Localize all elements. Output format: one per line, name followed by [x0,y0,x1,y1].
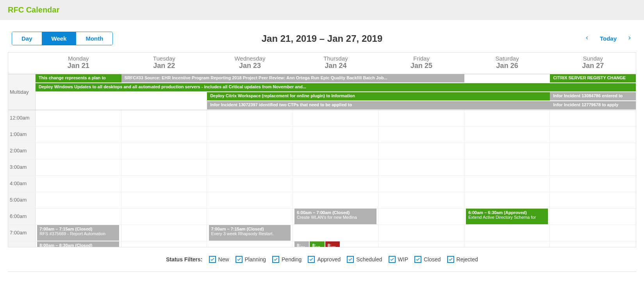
time-slot[interactable] [293,127,379,143]
multiday-event[interactable]: Infor Incident 13084786 entered to [550,92,636,100]
multiday-event[interactable]: Infor Incident 13072397 identified two C… [207,101,550,109]
time-slot[interactable] [378,192,464,209]
time-slot[interactable] [36,209,121,225]
filter-pending[interactable]: Pending [272,256,301,263]
day-header-fri[interactable]: FridayJan 25 [378,53,464,74]
today-button[interactable]: Today [600,35,617,42]
calendar-event[interactable]: 8:00a [310,241,324,247]
filter-new[interactable]: New [209,256,229,263]
time-slot[interactable] [550,241,636,247]
time-slot[interactable] [36,127,121,143]
time-slot[interactable]: 6:00am – 6:30am (Approved)Extend Active … [464,209,550,225]
time-slot[interactable] [550,225,636,241]
time-slot[interactable] [464,225,550,241]
time-slot[interactable] [293,176,379,192]
time-slot[interactable] [293,159,379,176]
time-slot[interactable] [121,241,207,247]
time-slot[interactable] [121,176,207,192]
day-header-mon[interactable]: MondayJan 21 [36,53,121,74]
multiday-event[interactable]: SRFC#33 Source: EHR Incentive Program Re… [121,74,464,82]
multiday-event[interactable]: CITRIX SERVER REGISTY CHANGE [550,74,636,82]
time-slot[interactable] [378,225,464,241]
time-slot[interactable] [121,225,207,241]
time-slot[interactable] [293,110,379,127]
time-slot[interactable] [550,176,636,192]
time-slot[interactable] [378,110,464,127]
time-slot[interactable] [121,209,207,225]
time-slot[interactable] [550,192,636,209]
time-slot[interactable] [207,176,293,192]
time-slot[interactable] [36,192,121,209]
time-slot[interactable] [464,143,550,159]
time-slot[interactable] [293,143,379,159]
calendar-event[interactable]: 6:00am – 6:30am (Approved)Extend Active … [466,209,548,224]
calendar-event[interactable]: 8:00am – 8:30am (Closed) [37,241,119,247]
time-slot[interactable] [378,127,464,143]
time-slot[interactable] [121,127,207,143]
time-slot[interactable] [378,159,464,176]
time-slot[interactable] [464,176,550,192]
view-week-button[interactable]: Week [42,32,77,45]
view-month-button[interactable]: Month [76,32,112,45]
time-slot[interactable] [121,143,207,159]
day-header-wed[interactable]: WednesdayJan 23 [207,53,293,74]
day-header-sun[interactable]: SundayJan 27 [550,53,636,74]
day-header-thu[interactable]: ThursdayJan 24 [293,53,379,74]
view-day-button[interactable]: Day [12,32,42,45]
day-header-tue[interactable]: TuesdayJan 22 [121,53,207,74]
multiday-event[interactable]: Deploy Windows Updates to all desktops a… [36,83,636,91]
time-slot[interactable]: 7:00am – 7:15am (Closed)Every 3 week Rha… [207,225,293,241]
calendar-event[interactable]: 8:00a [294,241,309,247]
time-slot[interactable] [207,241,293,247]
time-slot[interactable] [550,209,636,225]
filter-wip[interactable]: WIP [389,256,408,263]
multiday-event[interactable]: This change represents a plan to [36,74,121,82]
time-slot[interactable] [464,192,550,209]
prev-button[interactable] [584,35,590,42]
time-slot[interactable] [207,209,293,225]
multiday-event[interactable]: Deploy Citrix Workspace (replacement for… [207,92,550,100]
time-slot[interactable] [207,159,293,176]
time-slot[interactable] [464,127,550,143]
time-slot[interactable] [550,143,636,159]
time-slot[interactable]: 7:00am – 7:15am (Closed)RFS #375669 - Re… [36,225,121,241]
next-button[interactable] [627,35,632,42]
day-header-sat[interactable]: SaturdayJan 26 [464,53,550,74]
calendar-event[interactable]: 7:00am – 7:15am (Closed)RFS #375669 - Re… [37,225,119,241]
time-slot[interactable] [378,176,464,192]
time-slot[interactable] [550,127,636,143]
filter-rejected[interactable]: Rejected [447,256,478,263]
time-slot[interactable] [378,241,464,247]
time-slot[interactable] [464,241,550,247]
time-slot[interactable] [550,110,636,127]
calendar-event[interactable]: 8:00a [325,241,340,247]
time-slot[interactable] [378,209,464,225]
time-slot[interactable] [36,110,121,127]
time-slot[interactable]: 8:00a8:00a8:00a [293,241,379,247]
filter-approved[interactable]: Approved [308,256,341,263]
time-slot[interactable] [36,176,121,192]
time-slot[interactable] [464,110,550,127]
time-slot[interactable] [207,192,293,209]
filter-scheduled[interactable]: Scheduled [347,256,382,263]
time-slot[interactable] [293,225,379,241]
filter-planning[interactable]: Planning [235,256,266,263]
filter-closed[interactable]: Closed [414,256,441,263]
time-slot[interactable] [207,110,293,127]
time-slot[interactable] [550,159,636,176]
time-slot[interactable] [121,159,207,176]
time-slot[interactable] [36,143,121,159]
calendar-event[interactable]: 6:00am – 7:00am (Closed)Create WLAN's fo… [294,209,376,224]
time-grid-scroll[interactable]: 12:00am1:00am2:00am3:00am4:00am5:00am6:0… [8,110,636,247]
time-slot[interactable] [293,192,379,209]
time-slot[interactable]: 6:00am – 7:00am (Closed)Create WLAN's fo… [293,209,379,225]
calendar-event[interactable]: 7:00am – 7:15am (Closed)Every 3 week Rha… [209,225,291,241]
time-slot[interactable] [207,143,293,159]
time-slot[interactable] [121,192,207,209]
time-slot[interactable] [121,110,207,127]
time-slot[interactable] [207,127,293,143]
time-slot[interactable] [36,159,121,176]
time-slot[interactable] [464,159,550,176]
time-slot[interactable] [378,143,464,159]
multiday-event[interactable]: Infor Incident 12779678 to apply [550,101,636,109]
